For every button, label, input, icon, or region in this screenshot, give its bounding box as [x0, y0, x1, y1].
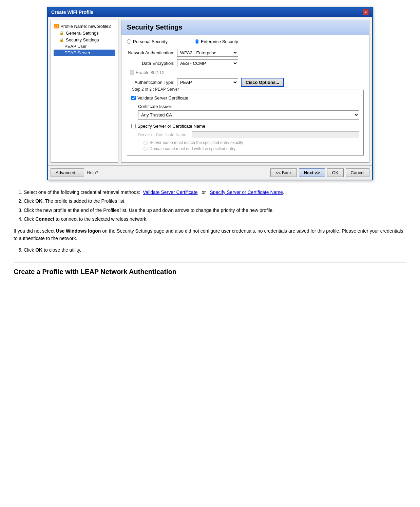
- network-auth-label: Network Authentication:: [127, 50, 174, 55]
- cisco-options-button[interactable]: Cisco Options...: [241, 78, 284, 87]
- enterprise-security-radio[interactable]: [195, 39, 199, 44]
- settings-content: Personal Security Enterprise Security Ne…: [121, 35, 369, 162]
- validate-cert-checkbox[interactable]: [131, 96, 136, 100]
- enterprise-security-label: Enterprise Security: [201, 39, 238, 44]
- specify-server-row: Specify Server or Certificate Name: [131, 124, 359, 129]
- sidebar-item-general-settings[interactable]: General Settings: [54, 30, 115, 36]
- network-auth-row: Network Authentication: WPA2 - Enterpris…: [127, 49, 364, 57]
- enterprise-security-option[interactable]: Enterprise Security: [195, 39, 238, 44]
- personal-security-option[interactable]: Personal Security: [127, 39, 168, 44]
- create-wifi-profile-dialog: Create WiFi Profile × Profile Name: newp…: [47, 7, 373, 180]
- list-item: Select one of the following credential r…: [24, 188, 406, 196]
- right-panel: Security Settings Personal Security Ente…: [121, 20, 369, 163]
- section-divider: [14, 262, 406, 262]
- cert-issuer-dropdown-row: Any Trusted CA: [131, 110, 359, 120]
- data-encryption-select[interactable]: AES - CCMP TKIP None: [177, 59, 238, 67]
- use-windows-logon-bold: Use Windows logon: [56, 228, 101, 234]
- dialog-close-button[interactable]: ×: [363, 9, 369, 15]
- personal-security-label: Personal Security: [133, 39, 168, 44]
- ok-button[interactable]: OK: [327, 168, 344, 177]
- dialog-title: Create WiFi Profile: [51, 10, 93, 15]
- server-name-label: Server or Certificate Name:: [138, 132, 189, 137]
- help-text: Help?: [87, 170, 98, 175]
- group-box-title: Step 2 of 2 : PEAP Server: [131, 87, 180, 92]
- back-button[interactable]: << Back: [270, 168, 297, 177]
- sidebar-item-security-settings[interactable]: Security Settings: [54, 36, 115, 43]
- server-name-input[interactable]: [192, 131, 359, 138]
- settings-header-title: Security Settings: [127, 23, 182, 31]
- ok-bold: OK: [35, 198, 42, 204]
- list-item: Click Connect to connect to the selected…: [24, 215, 406, 223]
- list-item: Click OK to close the utility.: [24, 246, 406, 254]
- sidebar-item-label: Security Settings: [66, 37, 99, 42]
- validate-cert-row: Validate Server Certificate: [131, 95, 359, 101]
- group-inner: Validate Server Certificate Certificate …: [131, 93, 359, 151]
- validate-cert-label: Validate Server Certificate: [137, 95, 188, 101]
- specify-server-checkbox[interactable]: [131, 124, 136, 128]
- body-content: Select one of the following credential r…: [14, 188, 406, 254]
- footer-left: Advanced... Help?: [51, 168, 98, 177]
- enable-8021x-checkbox[interactable]: [130, 70, 134, 75]
- cert-issuer-label: Certificate Issuer:: [131, 104, 359, 109]
- sidebar-item-label: General Settings: [66, 31, 99, 36]
- link-or: or: [200, 189, 207, 195]
- footer-right: << Back Next >> OK Cancel: [270, 168, 369, 177]
- network-auth-select[interactable]: WPA2 - Enterprise WPA - Enterprise 802.1…: [177, 49, 238, 57]
- server-name-row: Server or Certificate Name:: [131, 131, 359, 138]
- match-exact-row: Server name must match the specified ent…: [131, 140, 359, 145]
- dialog-titlebar: Create WiFi Profile ×: [48, 7, 372, 17]
- note-paragraph: If you did not select Use Windows logon …: [14, 227, 406, 242]
- next-button[interactable]: Next >>: [299, 168, 325, 177]
- enable-8021x-label: Enable 802.1X: [136, 70, 165, 75]
- sidebar-item-peap-user[interactable]: PEAP User: [54, 43, 115, 50]
- sidebar-item-profile-name[interactable]: Profile Name: newprofile2: [54, 23, 115, 30]
- sidebar-item-label: PEAP Server: [64, 50, 90, 55]
- ok-bold-5: OK: [35, 247, 42, 253]
- lock-icon-security: [59, 37, 64, 42]
- connect-bold: Connect: [35, 216, 54, 222]
- cert-issuer-select[interactable]: Any Trusted CA: [138, 110, 359, 120]
- cancel-button[interactable]: Cancel: [346, 168, 369, 177]
- wifi-icon: [54, 23, 59, 29]
- data-encryption-row: Data Encryption: AES - CCMP TKIP None: [127, 59, 364, 67]
- list-item: Click OK. The profile is added to the Pr…: [24, 197, 406, 205]
- validate-cert-link[interactable]: Validate Server Certificate: [143, 189, 198, 195]
- step5-list: Click OK to close the utility.: [24, 246, 406, 254]
- sidebar-item-label: PEAP User: [64, 44, 87, 49]
- match-exact-radio[interactable]: [144, 141, 148, 145]
- lock-icon-general: [59, 30, 64, 36]
- peap-server-group: Step 2 of 2 : PEAP Server Validate Serve…: [127, 90, 364, 156]
- auth-type-row: Authentication Type: PEAP EAP-FAST EAP-T…: [127, 78, 364, 87]
- left-panel-tree: Profile Name: newprofile2 General Settin…: [51, 20, 118, 163]
- match-domain-label: Domain name must end with the specified …: [150, 146, 235, 151]
- data-encryption-label: Data Encryption:: [127, 61, 174, 66]
- steps-list: Select one of the following credential r…: [24, 188, 406, 223]
- section-heading: Create a Profile with LEAP Network Authe…: [14, 268, 406, 276]
- personal-security-radio[interactable]: [127, 39, 131, 44]
- auth-type-select[interactable]: PEAP EAP-FAST EAP-TLS LEAP: [177, 78, 238, 86]
- dialog-footer: Advanced... Help? << Back Next >> OK Can…: [48, 165, 372, 180]
- specify-cert-link[interactable]: Specify Server or Certificate Name: [210, 189, 283, 195]
- sidebar-item-label: Profile Name: newprofile2: [60, 24, 111, 29]
- settings-header: Security Settings: [121, 20, 369, 35]
- match-domain-row: Domain name must end with the specified …: [131, 146, 359, 151]
- advanced-button[interactable]: Advanced...: [51, 168, 84, 177]
- match-domain-radio[interactable]: [144, 147, 148, 151]
- sidebar-item-peap-server[interactable]: PEAP Server: [54, 50, 115, 56]
- auth-type-label: Authentication Type:: [127, 80, 174, 85]
- enable-8021x-row: Enable 802.1X: [127, 70, 364, 75]
- match-exact-label: Server name must match the specified ent…: [150, 140, 243, 145]
- dialog-body: Profile Name: newprofile2 General Settin…: [48, 17, 372, 165]
- security-type-row: Personal Security Enterprise Security: [127, 39, 364, 44]
- list-item: Click the new profile at the end of the …: [24, 206, 406, 214]
- specify-server-label: Specify Server or Certificate Name: [137, 124, 205, 129]
